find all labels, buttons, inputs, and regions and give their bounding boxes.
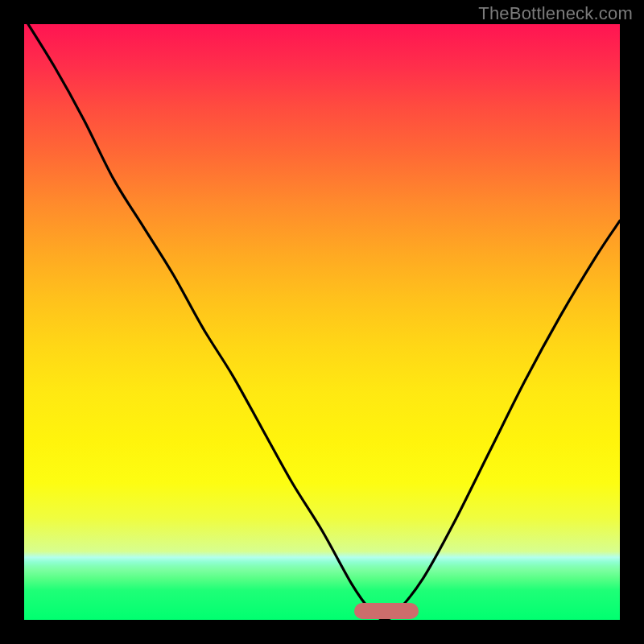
optimal-range-marker — [354, 603, 419, 619]
bottleneck-curve — [24, 24, 620, 620]
watermark-text: TheBottleneck.com — [478, 3, 633, 24]
chart-frame: TheBottleneck.com — [0, 0, 644, 644]
plot-area — [24, 24, 620, 620]
